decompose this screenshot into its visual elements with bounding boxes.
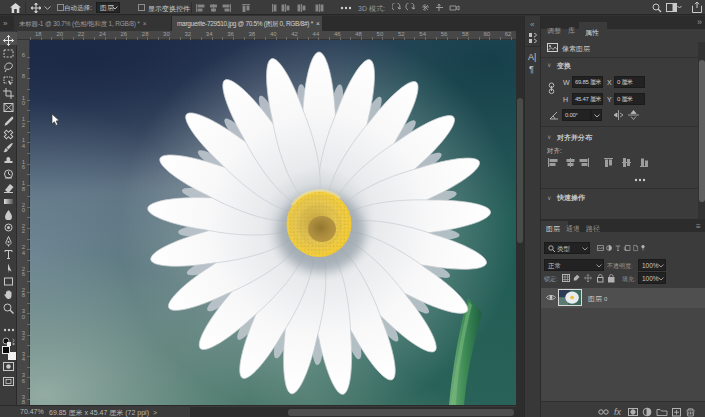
svg-text:fx: fx [614, 407, 622, 417]
